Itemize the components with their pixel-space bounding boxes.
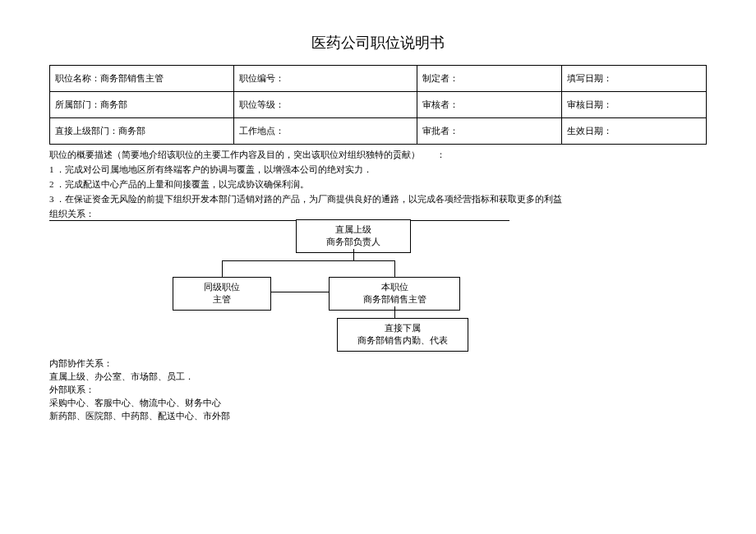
external-line: 采购中心、客服中心、物流中心、财务中心 bbox=[49, 397, 707, 409]
org-box-self: 本职位 商务部销售主管 bbox=[329, 277, 460, 311]
external-header: 外部联系： bbox=[49, 384, 707, 396]
cell-department: 所属部门：商务部 bbox=[50, 92, 234, 118]
cell-write-date: 填写日期： bbox=[562, 66, 707, 92]
org-box-line: 商务部销售主管 bbox=[336, 293, 453, 306]
description-header-text: 职位的概要描述（简要地介绍该职位的主要工作内容及目的，突出该职位对组织独特的贡献… bbox=[49, 149, 420, 161]
cell-superior-dept: 直接上级部门：商务部 bbox=[50, 118, 234, 145]
org-box-subordinate: 直接下属 商务部销售内勤、代表 bbox=[337, 318, 468, 352]
org-box-line: 直接下属 bbox=[344, 322, 461, 334]
description-header: 职位的概要描述（简要地介绍该职位的主要工作内容及目的，突出该职位对组织独特的贡献… bbox=[49, 149, 707, 161]
org-box-line: 商务部销售内勤、代表 bbox=[344, 334, 461, 347]
internal-relations: 内部协作关系： 直属上级、办公室、市场部、员工． 外部联系： 采购中心、客服中心… bbox=[49, 357, 707, 422]
cell-effective-date: 生效日期： bbox=[562, 118, 707, 145]
org-box-line: 商务部负责人 bbox=[303, 236, 403, 248]
cell-position-name: 职位名称：商务部销售主管 bbox=[50, 66, 234, 92]
cell-reviewer: 审核者： bbox=[417, 92, 562, 118]
cell-level: 职位等级： bbox=[233, 92, 417, 118]
org-box-line: 本职位 bbox=[336, 281, 453, 293]
cell-author: 制定者： bbox=[417, 66, 562, 92]
page-title: 医药公司职位说明书 bbox=[49, 33, 707, 53]
description-item-2: 2 ．完成配送中心产品的上量和间接覆盖，以完成协议确保利润。 bbox=[49, 178, 707, 191]
org-box-line: 同级职位 bbox=[180, 281, 264, 293]
org-box-peer: 同级职位 主管 bbox=[173, 277, 271, 311]
internal-line: 直属上级、办公室、市场部、员工． bbox=[49, 371, 707, 383]
description-header-colon: ： bbox=[436, 149, 445, 161]
internal-header: 内部协作关系： bbox=[49, 357, 707, 370]
table-row: 直接上级部门：商务部 工作地点： 审批者： 生效日期： bbox=[50, 118, 707, 145]
cell-review-date: 审核日期： bbox=[562, 92, 707, 118]
org-box-superior: 直属上级 商务部负责人 bbox=[296, 219, 411, 253]
description-item-1: 1 ．完成对公司属地地区所有终端客户的协调与覆盖，以增强本公司的绝对实力． bbox=[49, 163, 707, 176]
cell-position-code: 职位编号： bbox=[233, 66, 417, 92]
description-item-3: 3 ．在保证资金无风险的前提下组织开发本部门适销对路的产品，为厂商提供良好的通路… bbox=[49, 193, 707, 205]
cell-approver: 审批者： bbox=[417, 118, 562, 145]
org-box-line: 直属上级 bbox=[303, 223, 403, 236]
org-box-line: 主管 bbox=[180, 293, 264, 306]
org-chart: 直属上级 商务部负责人 同级职位 主管 本职位 商务部销售主管 直接下属 商务部… bbox=[148, 219, 608, 351]
cell-location: 工作地点： bbox=[233, 118, 417, 145]
table-row: 所属部门：商务部 职位等级： 审核者： 审核日期： bbox=[50, 92, 707, 118]
table-row: 职位名称：商务部销售主管 职位编号： 制定者： 填写日期： bbox=[50, 66, 707, 92]
info-table: 职位名称：商务部销售主管 职位编号： 制定者： 填写日期： 所属部门：商务部 职… bbox=[49, 65, 707, 145]
external-line: 新药部、医院部、中药部、配送中心、市外部 bbox=[49, 410, 707, 422]
